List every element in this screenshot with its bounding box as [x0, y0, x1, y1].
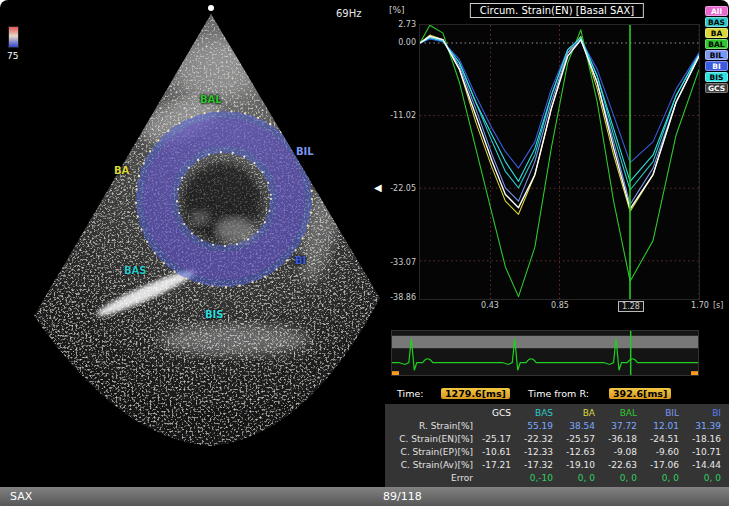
table-row: C. Strain(Av)[%]-17.21-17.32-19.10-22.63… [385, 459, 729, 472]
colorbar-value: 75 [7, 51, 18, 61]
row-label: R. Strain[%] [385, 420, 477, 433]
column-header-bil: BIL [645, 407, 687, 420]
table-cell: -9.60 [645, 446, 687, 459]
table-cell: -17.21 [477, 459, 519, 472]
table-row: R. Strain[%]55.1938.5437.7212.0131.39 [385, 420, 729, 433]
table-corner-cell [385, 407, 477, 420]
table-cell: -12.63 [561, 446, 603, 459]
legend-item-bal[interactable]: BAL [705, 39, 728, 49]
table-cell: 0, 0 [561, 472, 603, 485]
segment-label-bil: BIL [296, 146, 314, 157]
table-cell: -14.44 [687, 459, 729, 472]
x-tick-1: 0.85 [547, 301, 573, 310]
legend-item-bis[interactable]: BIS [705, 72, 728, 82]
ultrasound-image [0, 0, 385, 487]
legend-item-bil[interactable]: BIL [705, 50, 728, 60]
segment-label-bis: BIS [205, 309, 224, 320]
table-cell: -10.71 [687, 446, 729, 459]
y-tick-2: -22.05 [385, 184, 416, 193]
mode-label: SAX [10, 490, 32, 503]
colorbar [8, 26, 19, 48]
table-cell: 31.39 [687, 420, 729, 433]
y-min-label: -38.86 [385, 293, 416, 302]
column-header-bas: BAS [519, 407, 561, 420]
x-tick-cursor: 1.28 [618, 301, 644, 312]
time-value: 1279.6[ms] [441, 388, 510, 399]
y-tick-1: -11.02 [385, 111, 416, 120]
frame-rate-label: 69Hz [336, 8, 362, 19]
table-cell: 55.19 [519, 420, 561, 433]
table-cell: -18.16 [687, 433, 729, 446]
column-header-bi: BI [687, 407, 729, 420]
row-label: Error [385, 472, 477, 485]
status-bar: SAX 89/118 [0, 487, 729, 506]
y-axis-unit: [%] [389, 5, 405, 15]
legend-item-bas[interactable]: BAS [705, 17, 728, 27]
table-cell: -12.33 [519, 446, 561, 459]
row-label: C. Strain(Av)[%] [385, 459, 477, 472]
frame-counter: 89/118 [383, 490, 422, 503]
table-cell: -17.06 [645, 459, 687, 472]
table-cell [477, 472, 519, 485]
table-row: Error0,-100, 00, 00, 00, 0 [385, 472, 729, 485]
segment-label-bal: BAL [200, 94, 222, 105]
x-tick-3: 1.70 [687, 301, 713, 310]
table-cell: 38.54 [561, 420, 603, 433]
column-header-gcs: GCS [477, 407, 519, 420]
strain-curves [420, 25, 699, 299]
results-table: GCSBASBABALBILBIR. Strain[%]55.1938.5437… [385, 404, 729, 487]
time-from-r-value: 392.6[ms] [609, 388, 671, 399]
ecg-trace [392, 331, 698, 375]
legend-item-all[interactable]: All [705, 6, 728, 16]
table-cell [477, 420, 519, 433]
segment-label-bas: BAS [124, 265, 147, 276]
table-row: C. Strain(EN)[%]-25.17-22.32-25.57-36.18… [385, 433, 729, 446]
y-tick-3: -33.07 [385, 258, 416, 267]
column-header-bal: BAL [603, 407, 645, 420]
row-label: C. Strain(EP)[%] [385, 446, 477, 459]
table-row: C. Strain(EP)[%]-10.61-12.33-12.63-9.08-… [385, 446, 729, 459]
table-cell: 0, 0 [645, 472, 687, 485]
chart-title: Circum. Strain(EN) [Basal SAX] [470, 3, 644, 18]
table-cell: -22.63 [603, 459, 645, 472]
table-cell: -25.57 [561, 433, 603, 446]
table-cell: -24.51 [645, 433, 687, 446]
table-cell: 0, 0 [603, 472, 645, 485]
column-header-ba: BA [561, 407, 603, 420]
table-cell: 12.01 [645, 420, 687, 433]
y-tick-0: 0.00 [385, 38, 416, 47]
table-cell: 0,-10 [519, 472, 561, 485]
table-cell: 37.72 [603, 420, 645, 433]
strain-plot[interactable] [419, 24, 700, 300]
segment-label-ba: BA [114, 165, 129, 176]
legend: AllBASBABALBILBIBISGCS [705, 5, 728, 94]
table-header-row: GCSBASBABALBILBI [385, 407, 729, 420]
table-cell: -22.32 [519, 433, 561, 446]
table-cell: -9.08 [603, 446, 645, 459]
table-cell: -25.17 [477, 433, 519, 446]
table-cell: -17.32 [519, 459, 561, 472]
row-label: C. Strain(EN)[%] [385, 433, 477, 446]
ultrasound-view[interactable]: 75 69Hz BAL BIL BI BIS BAS BA ◀ [0, 0, 385, 487]
table-cell: -19.10 [561, 459, 603, 472]
table-cell: -10.61 [477, 446, 519, 459]
apex-marker-icon [208, 5, 214, 11]
analysis-panel: [%] Circum. Strain(EN) [Basal SAX] AllBA… [385, 0, 729, 487]
x-axis-unit: [s] [713, 301, 723, 310]
ecg-strip[interactable] [391, 330, 699, 376]
focus-marker-icon: ◀ [374, 182, 382, 193]
time-from-r-label: Time from R: [528, 388, 589, 399]
x-tick-0: 0.43 [477, 301, 503, 310]
y-max-label: 2.73 [385, 20, 416, 29]
legend-item-gcs[interactable]: GCS [705, 83, 728, 93]
legend-item-ba[interactable]: BA [705, 28, 728, 38]
table-cell: 0, 0 [687, 472, 729, 485]
table-cell: -36.18 [603, 433, 645, 446]
time-label: Time: [397, 388, 423, 399]
segment-label-bi: BI [295, 255, 306, 266]
legend-item-bi[interactable]: BI [705, 61, 728, 71]
echopac-screen: 75 69Hz BAL BIL BI BIS BAS BA ◀ [%] Circ… [0, 0, 729, 513]
time-bar: Time: 1279.6[ms] Time from R: 392.6[ms] [385, 386, 729, 403]
